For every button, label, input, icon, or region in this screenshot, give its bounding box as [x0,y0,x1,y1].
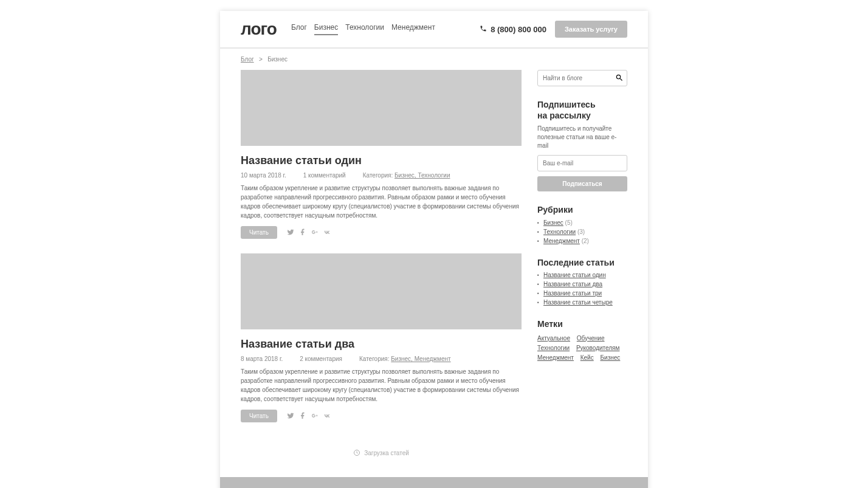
list-item[interactable]: Менеджмент (2) [537,238,627,244]
breadcrumb-root[interactable]: Блог [241,56,254,63]
article-category: Категория: Бизнес, Технологии [363,172,450,179]
article-image[interactable] [241,253,522,329]
subscribe-block: Подпишитесь на рассылку Подпишитесь и по… [537,100,627,191]
share-icons [287,228,331,238]
article-meta: 8 марта 2018 г. 2 комментария Категория:… [241,356,522,362]
nav-item-blog[interactable]: Блог [291,23,307,35]
article-excerpt: Таким образом укрепление и развитие стру… [241,184,522,220]
email-input[interactable] [537,155,627,171]
footer: лого Блог Бизнес Технологии Менеджмент 8… [220,477,648,488]
read-button[interactable]: Читать [241,410,277,422]
nav-item-management[interactable]: Менеджмент [391,23,435,35]
article-date: 8 марта 2018 г. [241,356,283,362]
list-item[interactable]: Бизнес (5) [537,219,627,226]
tag[interactable]: Технологии [537,343,570,353]
recent-block: Последние статьи Название статьи один На… [537,258,627,306]
gplus-icon[interactable] [311,411,319,421]
header: лого Блог Бизнес Технологии Менеджмент 8… [220,11,648,49]
subscribe-text: Подпишитесь и получайте полезные статьи … [537,125,627,150]
facebook-icon[interactable] [299,228,306,238]
logo[interactable]: лого [241,19,277,39]
tag-cloud: Актуальное Обучение Технологии Руководит… [537,334,627,363]
tag[interactable]: Менеджмент [537,353,574,363]
loader-text: Загрузка статей [364,450,409,456]
article-meta: 10 марта 2018 г. 1 комментарий Категория… [241,172,522,179]
article-actions: Читать [241,226,522,239]
order-button[interactable]: Заказать услугу [555,21,627,38]
tag[interactable]: Обучение [577,334,605,343]
gplus-icon[interactable] [311,228,319,238]
nav-item-tech[interactable]: Технологии [345,23,384,35]
twitter-icon[interactable] [287,228,294,238]
phone-number: 8 (800) 800 000 [491,25,546,34]
main-nav: Блог Бизнес Технологии Менеджмент [291,23,435,35]
article-title[interactable]: Название статьи два [241,338,522,351]
categories-heading: Рубрики [537,205,627,216]
tag[interactable]: Бизнес [600,353,620,363]
article-card: Название статьи два 8 марта 2018 г. 2 ко… [241,253,522,422]
article-comments[interactable]: 2 комментария [300,356,342,362]
breadcrumb-current: Бизнес [267,56,288,63]
list-item[interactable]: Технологии (3) [537,229,627,235]
list-item[interactable]: Название статьи три [537,290,627,297]
search-icon[interactable] [615,74,624,82]
list-item[interactable]: Название статьи четыре [537,299,627,306]
breadcrumb-sep: > [259,56,263,63]
clock-icon [353,449,360,456]
loader: Загрузка статей [241,437,522,462]
read-button[interactable]: Читать [241,226,277,239]
sidebar: Подпишитесь на рассылку Подпишитесь и по… [537,70,627,462]
tags-heading: Метки [537,319,627,330]
categories-block: Рубрики Бизнес (5) Технологии (3) Менедж… [537,205,627,244]
article-image[interactable] [241,70,522,146]
article-category: Категория: Бизнес, Менеджмент [359,356,451,362]
vk-icon[interactable] [323,411,331,421]
list-item[interactable]: Название статьи один [537,272,627,278]
main-column: Название статьи один 10 марта 2018 г. 1 … [241,70,522,462]
article-actions: Читать [241,410,522,422]
tag[interactable]: Актуальное [537,334,570,343]
vk-icon[interactable] [323,228,331,238]
subscribe-heading: Подпишитесь на рассылку [537,100,627,121]
nav-item-business[interactable]: Бизнес [314,23,338,35]
recent-heading: Последние статьи [537,258,627,269]
phone[interactable]: 8 (800) 800 000 [480,25,546,34]
article-comments[interactable]: 1 комментарий [303,172,346,179]
facebook-icon[interactable] [299,411,306,421]
article-date: 10 марта 2018 г. [241,172,286,179]
article-excerpt: Таким образом укрепление и развитие стру… [241,367,522,404]
tag[interactable]: Кейс [580,353,594,363]
article-card: Название статьи один 10 марта 2018 г. 1 … [241,70,522,239]
share-icons [287,411,331,421]
twitter-icon[interactable] [287,411,294,421]
list-item[interactable]: Название статьи два [537,281,627,287]
phone-icon [480,25,487,34]
tag[interactable]: Руководителям [576,343,620,353]
search-input[interactable] [537,70,627,86]
article-title[interactable]: Название статьи один [241,154,522,167]
tags-block: Метки Актуальное Обучение Технологии Рук… [537,319,627,363]
search-box [537,70,627,86]
subscribe-button[interactable]: Подписаться [537,176,627,191]
breadcrumb: Блог > Бизнес [220,49,648,70]
